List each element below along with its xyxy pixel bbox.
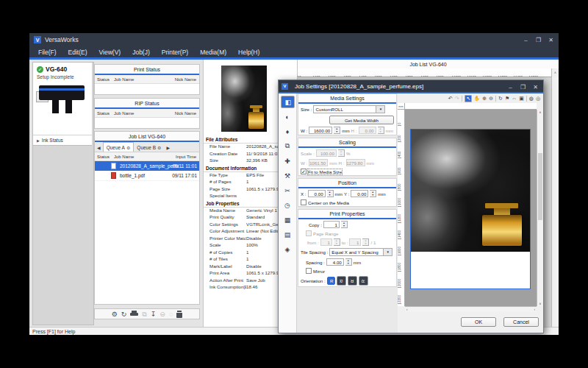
pointer-tool-icon[interactable]: ↖ [465, 95, 472, 102]
print-icon[interactable] [130, 311, 138, 317]
pos-x-unit: mm [335, 191, 343, 197]
media-width-field[interactable]: 1600.00 [309, 127, 332, 134]
cancel-button[interactable]: Cancel [503, 317, 539, 327]
tiling-icon[interactable]: ▦ [281, 213, 295, 226]
pos-x-field[interactable]: 0.00 [308, 190, 326, 197]
ink-consumption-icon[interactable]: ◈ [281, 243, 295, 255]
import-icon[interactable]: ↧ [151, 311, 157, 318]
hand-tool-icon[interactable]: ✋ [474, 95, 481, 102]
settings-gear-icon[interactable]: ⚙ [112, 311, 118, 318]
flag-icon[interactable]: ⚑ [505, 95, 509, 102]
job-row[interactable]: bottle_1.pdf 09/11 17:01 [95, 171, 199, 181]
job-row[interactable]: 20120828_A_sample_perfu... 09/11 11:01 [95, 161, 199, 171]
ok-button[interactable]: OK [461, 317, 496, 327]
orientation-label: Orientation : [301, 278, 326, 283]
ink-settings-icon[interactable]: ♦ [281, 125, 295, 138]
preview-hscrollbar[interactable]: ‹ › [405, 306, 537, 312]
dialog-title: Job Settings [20120828_A_sample_perfume.… [295, 83, 423, 90]
scroll-left-icon[interactable]: ‹ [406, 307, 408, 312]
get-media-width-button[interactable]: Get Media Width [329, 116, 394, 124]
redo-icon: ↷ [455, 95, 459, 102]
orientation-0-button[interactable]: R [327, 277, 335, 285]
media-size-select[interactable]: CustomROLL ▼ [313, 105, 385, 113]
undo-icon[interactable]: ↶ [448, 95, 453, 102]
preview-vertical-ruler: 0200400600800100012001400160018002000220… [398, 110, 405, 306]
layout-tab-icon[interactable]: ◧ [281, 96, 295, 108]
fit-to-media-label[interactable]: Fit to Media Size [308, 169, 342, 174]
vscroll-thumb[interactable] [538, 153, 542, 220]
outline-mode-icon[interactable]: ◎ [536, 95, 540, 102]
orientation-90-button[interactable]: R [337, 276, 346, 286]
job-image-preview[interactable] [411, 130, 530, 252]
pos-x-stepper[interactable]: ▴▾ [327, 190, 334, 197]
zoom-out-icon[interactable]: ⊖ [489, 95, 493, 102]
scroll-up-icon[interactable]: ∧ [551, 68, 559, 77]
menu-printer[interactable]: Printer(P) [156, 49, 194, 56]
tools-wrench-icon[interactable]: ⚒ [281, 169, 295, 182]
scaling-w-label: W : [301, 160, 307, 166]
tab-scroll-right-icon[interactable]: ▶ [164, 145, 172, 152]
tab-scroll-left-icon[interactable]: ◀ [95, 145, 103, 152]
media-width-stepper[interactable]: ▴▾ [334, 127, 340, 134]
scroll-down-icon[interactable]: ∨ [537, 302, 543, 305]
mirror-label[interactable]: Mirror [313, 269, 325, 274]
preview-canvas[interactable] [405, 110, 537, 306]
menu-edit[interactable]: Edit(E) [62, 49, 93, 56]
media-sheet[interactable] [410, 129, 531, 289]
printer-controls-icon[interactable]: ⧉ [281, 140, 295, 152]
ink-status-row[interactable]: ▶ Ink Status [33, 135, 92, 145]
center-on-media-label[interactable]: Center on the Media [308, 200, 349, 205]
tile-spacing-select[interactable]: Equal X and Y Spacing ▼ [329, 248, 392, 256]
fit-frame-icon[interactable]: ▣ [519, 95, 524, 102]
refresh-icon[interactable]: ↻ [498, 95, 503, 102]
tab-queue-a[interactable]: Queue A ⚙ [103, 142, 135, 152]
pos-y-field[interactable]: 0.00 [351, 190, 368, 197]
scroll-right-icon[interactable]: › [534, 307, 536, 312]
menu-view[interactable]: View(V) [93, 49, 127, 56]
copy-stepper[interactable]: ▴▾ [341, 221, 348, 228]
spacing-stepper[interactable]: ▴▾ [345, 258, 352, 266]
status-ok-icon: ✓ [37, 66, 43, 73]
orientation-180-button[interactable]: R [348, 276, 357, 286]
printer-device-panel: ✓ VG-640 Setup Incomplete ▶ Ink Status [32, 62, 94, 325]
queue-b-gear-icon[interactable]: ⚙ [157, 145, 161, 150]
spacing-field[interactable]: 4.00 [326, 258, 344, 266]
copies-icon[interactable]: ▤ [281, 228, 295, 241]
preview-vscrollbar[interactable]: ∧ ∨ [537, 110, 543, 306]
schedule-clock-icon[interactable]: ◷ [281, 199, 295, 211]
pos-y-stepper[interactable]: ▴▾ [370, 190, 376, 197]
dialog-maximize-icon[interactable]: ❐ [517, 84, 529, 91]
orientation-270-button[interactable]: R [359, 276, 368, 286]
menu-help[interactable]: Help(H) [232, 49, 265, 56]
dialog-minimize-icon[interactable]: – [504, 84, 517, 91]
scroll-up-icon[interactable]: ∧ [537, 110, 543, 114]
screen: V VersaWorks – ❐ ✕ File(F) Edit(E) View(… [0, 0, 588, 368]
clip-scissors-icon[interactable]: ✂ [281, 184, 295, 197]
mirror-checkbox[interactable] [306, 268, 312, 274]
fit-width-icon[interactable]: ⇔ [512, 95, 517, 102]
copy-field[interactable]: 1 [323, 221, 340, 228]
marks-icon[interactable]: ✚ [281, 155, 295, 167]
fit-to-media-checkbox[interactable]: ✓ [301, 169, 306, 174]
scale-unit: % [346, 151, 351, 156]
color-adjustment-icon[interactable]: ◐ [281, 110, 295, 123]
printer-card[interactable]: ✓ VG-640 Setup Incomplete ▶ Ink Status [33, 63, 92, 146]
close-icon[interactable]: ✕ [545, 37, 557, 43]
menu-file[interactable]: File(F) [32, 49, 62, 56]
preview-toolbar: ↶ ↷ ↖ ✋ ⊕ ⊖ ↻ ⚑ ⇔ ▣ ◍ ◎ [398, 93, 542, 103]
rip-icon[interactable]: ↻ [121, 311, 127, 318]
perfume-bottle [248, 112, 263, 129]
minimize-icon[interactable]: – [520, 37, 532, 43]
center-on-media-checkbox[interactable] [301, 199, 306, 205]
delete-icon[interactable] [176, 311, 182, 318]
dialog-close-icon[interactable]: ✕ [529, 84, 542, 91]
preview-mode-icon[interactable]: ◍ [529, 95, 534, 102]
menu-job[interactable]: Job(J) [126, 49, 156, 56]
vertical-scrollbar[interactable] [551, 77, 559, 327]
tab-queue-b[interactable]: Queue B ⚙ [134, 143, 164, 152]
queue-a-gear-icon[interactable]: ⚙ [126, 145, 130, 150]
position-title: Position [298, 179, 396, 188]
maximize-icon[interactable]: ❐ [532, 37, 545, 43]
zoom-in-icon[interactable]: ⊕ [482, 95, 487, 102]
menu-media[interactable]: Media(M) [194, 49, 232, 56]
